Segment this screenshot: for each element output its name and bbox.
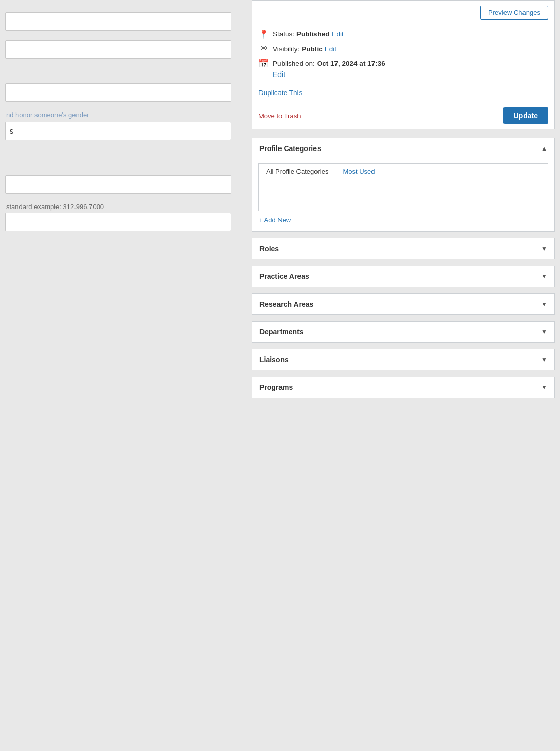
field-1-input[interactable]	[5, 12, 231, 31]
panel-profile-categories-body: All Profile Categories Most Used + Add N…	[252, 159, 554, 231]
status-edit-link[interactable]: Edit	[332, 30, 344, 38]
publish-box-top: Preview Changes	[252, 1, 554, 24]
panel-roles-label: Roles	[259, 245, 279, 253]
panel-profile-categories: Profile Categories ▲ All Profile Categor…	[252, 138, 555, 232]
phone-example-text: standard example: 312.996.7000	[5, 203, 236, 211]
published-edit-row: Edit	[258, 70, 548, 79]
panel-research-areas-label: Research Areas	[259, 300, 313, 308]
page-layout: nd honor someone's gender standard examp…	[0, 0, 560, 751]
publish-actions: Move to Trash Update	[252, 102, 554, 129]
panel-liaisons-chevron: ▼	[541, 356, 547, 363]
category-tabs: All Profile Categories Most Used	[258, 163, 548, 180]
preview-changes-button[interactable]: Preview Changes	[480, 6, 548, 20]
duplicate-this-link[interactable]: Duplicate This	[258, 89, 302, 97]
visibility-row: 👁 Visibility: Public Edit	[258, 44, 548, 53]
panel-profile-categories-header[interactable]: Profile Categories ▲	[252, 138, 554, 159]
panel-practice-areas-header[interactable]: Practice Areas ▼	[252, 266, 554, 287]
field-3-input[interactable]	[5, 83, 231, 102]
field-5-input[interactable]	[5, 175, 231, 194]
right-column: Preview Changes 📍 Status: Published Edit…	[247, 0, 560, 751]
panel-practice-areas: Practice Areas ▼	[252, 266, 555, 287]
panel-programs-header[interactable]: Programs ▼	[252, 377, 554, 398]
panel-liaisons-header[interactable]: Liaisons ▼	[252, 349, 554, 370]
calendar-icon: 📅	[258, 59, 269, 68]
published-row: 📅 Published on: Oct 17, 2024 at 17:36	[258, 59, 548, 68]
category-list-area	[258, 180, 548, 211]
status-row: 📍 Status: Published Edit	[258, 29, 548, 39]
panel-profile-categories-label: Profile Categories	[259, 144, 321, 153]
tab-most-used[interactable]: Most Used	[335, 164, 382, 180]
status-label: Status:	[273, 30, 294, 38]
panel-practice-areas-label: Practice Areas	[259, 272, 309, 280]
panel-programs-chevron: ▼	[541, 384, 547, 391]
panel-roles: Roles ▼	[252, 238, 555, 259]
panel-roles-chevron: ▼	[541, 245, 547, 252]
field-4-input[interactable]	[5, 122, 231, 140]
panel-research-areas: Research Areas ▼	[252, 293, 555, 315]
visibility-icon: 👁	[258, 44, 269, 53]
update-button[interactable]: Update	[503, 107, 548, 124]
field-6-input[interactable]	[5, 213, 231, 231]
panel-departments-chevron: ▼	[541, 328, 547, 335]
panel-departments-label: Departments	[259, 328, 304, 336]
publish-box: Preview Changes 📍 Status: Published Edit…	[252, 0, 555, 129]
panel-roles-header[interactable]: Roles ▼	[252, 238, 554, 259]
field-2-input[interactable]	[5, 40, 231, 59]
panel-programs-label: Programs	[259, 383, 293, 391]
panel-departments-header[interactable]: Departments ▼	[252, 322, 554, 342]
visibility-value: Public	[302, 45, 323, 53]
panel-practice-areas-chevron: ▼	[541, 273, 547, 280]
status-icon: 📍	[258, 29, 269, 39]
tab-all-profile-categories[interactable]: All Profile Categories	[259, 164, 335, 180]
published-label: Published on:	[273, 60, 315, 67]
visibility-edit-link[interactable]: Edit	[325, 45, 337, 53]
publish-meta: 📍 Status: Published Edit 👁 Visibility: P…	[252, 24, 554, 84]
panel-liaisons: Liaisons ▼	[252, 349, 555, 370]
visibility-label: Visibility:	[273, 45, 300, 53]
panel-departments: Departments ▼	[252, 321, 555, 343]
panel-profile-categories-chevron: ▲	[541, 145, 547, 152]
move-to-trash-link[interactable]: Move to Trash	[258, 112, 301, 120]
published-edit-link[interactable]: Edit	[273, 70, 285, 79]
duplicate-row: Duplicate This	[252, 84, 554, 102]
gender-helper-text: nd honor someone's gender	[5, 111, 236, 119]
panel-research-areas-chevron: ▼	[541, 301, 547, 308]
left-column: nd honor someone's gender standard examp…	[0, 0, 247, 751]
panel-liaisons-label: Liaisons	[259, 355, 289, 364]
panel-research-areas-header[interactable]: Research Areas ▼	[252, 294, 554, 314]
add-new-category-link[interactable]: + Add New	[258, 216, 548, 224]
published-value: Oct 17, 2024 at 17:36	[317, 60, 385, 67]
status-value: Published	[296, 30, 330, 38]
panel-programs: Programs ▼	[252, 377, 555, 398]
